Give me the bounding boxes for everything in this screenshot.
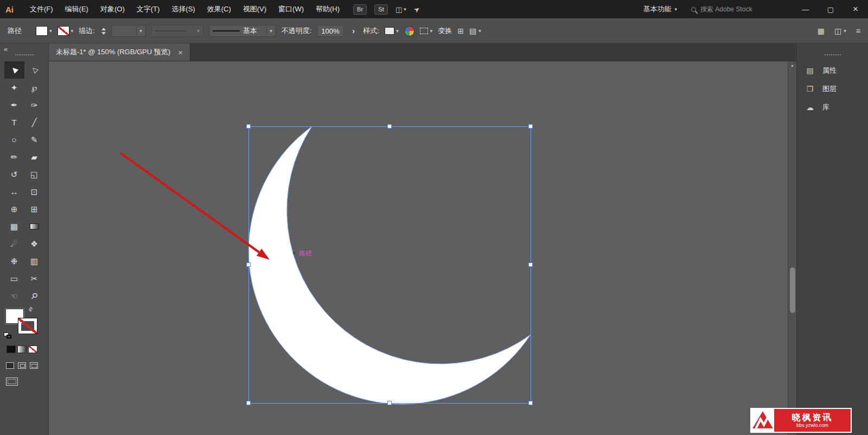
tools-panel-grip[interactable] [15,54,34,55]
pen-tool[interactable]: ✒ [4,96,24,113]
gradient-tool[interactable] [24,218,44,235]
perspective-grid-tool[interactable]: ⊞ [24,200,44,218]
transform-button[interactable]: 变换 [438,26,452,36]
control-menu-icon[interactable]: ≡ [856,27,860,35]
menu-type[interactable]: 文字(T) [131,0,166,18]
share-button[interactable]: ➤ [414,5,420,14]
shaper-tool[interactable]: ✏ [4,148,24,165]
dock-item-properties[interactable]: ▤属性 [797,61,868,80]
line-segment-tool[interactable]: ╱ [24,113,44,131]
align-options-button[interactable]: ▾ [420,28,433,34]
mesh-tool[interactable]: ▦ [4,218,24,235]
artboard-tool[interactable]: ▭ [4,270,24,287]
swap-fill-stroke-icon[interactable]: ⇄ [27,305,34,313]
curvature-tool[interactable]: ✑ [24,96,44,113]
dock-item-layers[interactable]: ❐图层 [797,80,868,98]
width-tool[interactable]: ↔ [4,183,24,200]
stroke-color-control[interactable]: ▾ [58,26,74,36]
crescent-shape[interactable] [248,126,531,404]
menu-file[interactable]: 文件(F) [24,0,59,18]
column-graph-tool[interactable]: ▥ [24,252,44,270]
handle-bottom-right[interactable] [529,401,533,405]
scale-tool[interactable]: ◱ [24,165,44,183]
minimize-button[interactable]: — [793,0,818,18]
zoom-tool[interactable]: ⚲ [24,287,44,304]
color-button[interactable] [7,346,16,353]
handle-bottom-left[interactable] [247,401,251,405]
scrollbar-thumb[interactable] [790,267,795,313]
free-transform-tool[interactable]: ⊡ [24,183,44,200]
menu-view[interactable]: 视图(V) [237,0,272,18]
paintbrush-tool[interactable]: ✎ [24,131,44,148]
menu-select[interactable]: 选择(S) [165,0,201,18]
none-button[interactable] [28,346,37,353]
close-button[interactable]: × [843,0,868,18]
handle-top-center[interactable] [388,125,392,129]
handle-middle-right[interactable] [529,263,533,267]
arrange-documents-icon[interactable]: ▦ [818,27,825,35]
dock-item-libraries[interactable]: ☁库 [797,98,868,117]
width-profile-select[interactable]: ▾ [151,25,203,37]
canvas[interactable]: × 路径 [49,61,788,435]
stroke-weight-select[interactable]: ▾ [111,25,146,37]
opacity-panel-button[interactable]: › [349,25,358,37]
blend-tool[interactable]: ❖ [24,235,44,252]
document-tab-title: 未标题-1* @ 150% (RGB/GPU 预览) [56,47,170,57]
handle-middle-left[interactable] [247,263,251,267]
menu-window[interactable]: 窗口(W) [272,0,310,18]
slice-tool[interactable]: ✂ [24,270,44,287]
restore-button[interactable]: ▢ [818,0,843,18]
bridge-button[interactable]: Br [353,4,367,15]
brush-definition-select[interactable]: 基本 ▾ [209,25,276,37]
menu-effect[interactable]: 效果(C) [201,0,237,18]
eyedropper-tool[interactable]: ☄ [4,235,24,252]
workspace-switcher[interactable]: 基本功能 ▾ [643,4,677,14]
draw-behind-icon[interactable] [18,362,26,369]
draw-normal-icon[interactable] [6,362,14,369]
stock-button[interactable]: St [374,4,388,15]
menu-help[interactable]: 帮助(H) [310,0,346,18]
stroke-swatch-none[interactable] [58,26,69,36]
menu-edit[interactable]: 编辑(E) [59,0,94,18]
opacity-input[interactable]: 100% [317,25,343,37]
rotate-tool[interactable]: ↺ [4,165,24,183]
type-tool[interactable]: T [4,113,24,131]
menu-object[interactable]: 对象(O) [94,0,131,18]
arrange-options-button[interactable]: ▤ ▾ [469,27,481,35]
layout-switcher-button[interactable]: ◫ ▾ [395,5,406,14]
lasso-tool[interactable]: ℘ [24,79,44,96]
recolor-artwork-icon[interactable] [404,26,414,36]
hand-tool[interactable]: ☜ [4,287,24,304]
step-up-icon[interactable] [101,28,106,30]
eraser-tool[interactable]: ▰ [24,148,44,165]
graphic-style-select[interactable]: ▾ [385,27,399,35]
align-objects-button[interactable]: ⊞ [457,27,464,35]
handle-top-left[interactable] [247,125,251,129]
draw-inside-icon[interactable] [30,362,38,369]
vertical-scrollbar[interactable]: ▲ ▼ [788,61,796,435]
handle-bottom-center[interactable] [388,401,392,405]
right-dock-grip[interactable] [825,54,841,55]
magic-wand-tool[interactable]: ✦ [4,79,24,96]
scroll-up-icon[interactable]: ▲ [788,61,796,69]
ellipse-tool[interactable]: ○ [4,131,24,148]
shape-builder-tool[interactable]: ⊕ [4,200,24,218]
dock-panels-button[interactable]: ◫ ▾ [834,27,846,35]
direct-selection-tool[interactable]: ▷ [24,61,44,79]
stroke-weight-stepper[interactable] [101,28,106,35]
screen-mode-button[interactable] [6,378,18,386]
stock-search-input[interactable]: 搜索 Adobe Stock [691,5,778,14]
stroke-indicator-none[interactable] [18,318,37,334]
symbol-sprayer-tool[interactable]: ❉ [4,252,24,270]
gradient-button[interactable] [17,346,27,353]
tab-close-icon[interactable]: × [178,48,183,57]
default-fill-stroke-icon[interactable] [4,332,12,339]
handle-top-right[interactable] [529,125,533,129]
document-tab[interactable]: 未标题-1* @ 150% (RGB/GPU 预览) × [49,43,190,61]
smart-guide-label: 路径 [299,250,312,257]
collapse-tools-icon[interactable]: « [4,45,8,53]
fill-color-control[interactable]: ▾ [36,26,52,36]
selection-tool[interactable]: ▶ [4,61,24,79]
step-down-icon[interactable] [101,32,106,35]
fill-swatch[interactable] [36,26,48,36]
